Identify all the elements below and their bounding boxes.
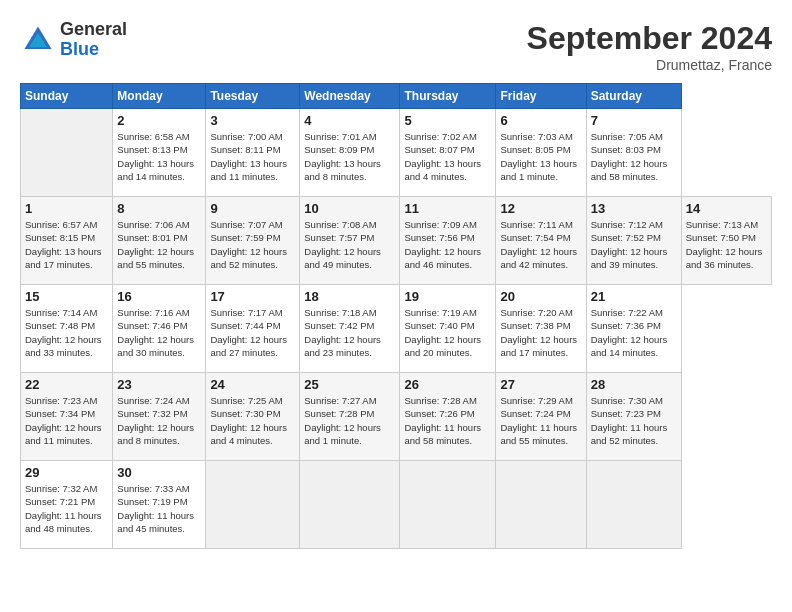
col-wednesday: Wednesday [300,84,400,109]
day-number: 3 [210,113,295,128]
day-number: 4 [304,113,395,128]
day-detail: Sunrise: 7:23 AM Sunset: 7:34 PM Dayligh… [25,394,108,447]
day-detail: Sunrise: 7:30 AM Sunset: 7:23 PM Dayligh… [591,394,677,447]
day-detail: Sunrise: 7:32 AM Sunset: 7:21 PM Dayligh… [25,482,108,535]
logo-text: General Blue [60,20,127,60]
day-number: 28 [591,377,677,392]
day-detail: Sunrise: 7:14 AM Sunset: 7:48 PM Dayligh… [25,306,108,359]
day-number: 30 [117,465,201,480]
day-detail: Sunrise: 7:02 AM Sunset: 8:07 PM Dayligh… [404,130,491,183]
table-row: 3Sunrise: 7:00 AM Sunset: 8:11 PM Daylig… [206,109,300,197]
month-title: September 2024 [527,20,772,57]
table-row: 4Sunrise: 7:01 AM Sunset: 8:09 PM Daylig… [300,109,400,197]
calendar-week-row: 2Sunrise: 6:58 AM Sunset: 8:13 PM Daylig… [21,109,772,197]
day-number: 2 [117,113,201,128]
logo-blue: Blue [60,39,99,59]
logo-general: General [60,19,127,39]
table-row: 30Sunrise: 7:33 AM Sunset: 7:19 PM Dayli… [113,461,206,549]
day-number: 17 [210,289,295,304]
calendar-week-row: 15Sunrise: 7:14 AM Sunset: 7:48 PM Dayli… [21,285,772,373]
day-number: 7 [591,113,677,128]
day-number: 19 [404,289,491,304]
day-detail: Sunrise: 7:16 AM Sunset: 7:46 PM Dayligh… [117,306,201,359]
table-row: 13Sunrise: 7:12 AM Sunset: 7:52 PM Dayli… [586,197,681,285]
col-thursday: Thursday [400,84,496,109]
calendar-table: Sunday Monday Tuesday Wednesday Thursday… [20,83,772,549]
calendar-week-row: 1Sunrise: 6:57 AM Sunset: 8:15 PM Daylig… [21,197,772,285]
day-number: 12 [500,201,581,216]
table-row: 22Sunrise: 7:23 AM Sunset: 7:34 PM Dayli… [21,373,113,461]
logo: General Blue [20,20,127,60]
table-row [586,461,681,549]
col-saturday: Saturday [586,84,681,109]
table-row: 15Sunrise: 7:14 AM Sunset: 7:48 PM Dayli… [21,285,113,373]
col-friday: Friday [496,84,586,109]
day-number: 18 [304,289,395,304]
day-number: 26 [404,377,491,392]
table-row: 28Sunrise: 7:30 AM Sunset: 7:23 PM Dayli… [586,373,681,461]
table-row: 6Sunrise: 7:03 AM Sunset: 8:05 PM Daylig… [496,109,586,197]
table-row: 9Sunrise: 7:07 AM Sunset: 7:59 PM Daylig… [206,197,300,285]
logo-icon [20,22,56,58]
table-row: 19Sunrise: 7:19 AM Sunset: 7:40 PM Dayli… [400,285,496,373]
day-number: 13 [591,201,677,216]
table-row: 2Sunrise: 6:58 AM Sunset: 8:13 PM Daylig… [113,109,206,197]
table-row: 8Sunrise: 7:06 AM Sunset: 8:01 PM Daylig… [113,197,206,285]
day-number: 14 [686,201,767,216]
day-detail: Sunrise: 6:57 AM Sunset: 8:15 PM Dayligh… [25,218,108,271]
page: General Blue September 2024 Drumettaz, F… [0,0,792,612]
day-detail: Sunrise: 6:58 AM Sunset: 8:13 PM Dayligh… [117,130,201,183]
day-number: 9 [210,201,295,216]
day-number: 8 [117,201,201,216]
day-detail: Sunrise: 7:06 AM Sunset: 8:01 PM Dayligh… [117,218,201,271]
table-row: 18Sunrise: 7:18 AM Sunset: 7:42 PM Dayli… [300,285,400,373]
day-number: 24 [210,377,295,392]
table-row: 24Sunrise: 7:25 AM Sunset: 7:30 PM Dayli… [206,373,300,461]
day-detail: Sunrise: 7:13 AM Sunset: 7:50 PM Dayligh… [686,218,767,271]
day-number: 21 [591,289,677,304]
day-detail: Sunrise: 7:00 AM Sunset: 8:11 PM Dayligh… [210,130,295,183]
day-detail: Sunrise: 7:28 AM Sunset: 7:26 PM Dayligh… [404,394,491,447]
table-row: 12Sunrise: 7:11 AM Sunset: 7:54 PM Dayli… [496,197,586,285]
day-detail: Sunrise: 7:19 AM Sunset: 7:40 PM Dayligh… [404,306,491,359]
day-number: 6 [500,113,581,128]
table-row: 29Sunrise: 7:32 AM Sunset: 7:21 PM Dayli… [21,461,113,549]
calendar-week-row: 22Sunrise: 7:23 AM Sunset: 7:34 PM Dayli… [21,373,772,461]
table-row [496,461,586,549]
day-number: 23 [117,377,201,392]
table-row: 14Sunrise: 7:13 AM Sunset: 7:50 PM Dayli… [681,197,771,285]
day-number: 15 [25,289,108,304]
day-number: 5 [404,113,491,128]
table-row: 16Sunrise: 7:16 AM Sunset: 7:46 PM Dayli… [113,285,206,373]
day-number: 25 [304,377,395,392]
day-detail: Sunrise: 7:27 AM Sunset: 7:28 PM Dayligh… [304,394,395,447]
day-detail: Sunrise: 7:29 AM Sunset: 7:24 PM Dayligh… [500,394,581,447]
day-detail: Sunrise: 7:03 AM Sunset: 8:05 PM Dayligh… [500,130,581,183]
day-detail: Sunrise: 7:20 AM Sunset: 7:38 PM Dayligh… [500,306,581,359]
table-row: 26Sunrise: 7:28 AM Sunset: 7:26 PM Dayli… [400,373,496,461]
calendar-week-row: 29Sunrise: 7:32 AM Sunset: 7:21 PM Dayli… [21,461,772,549]
day-detail: Sunrise: 7:01 AM Sunset: 8:09 PM Dayligh… [304,130,395,183]
day-number: 29 [25,465,108,480]
table-row [400,461,496,549]
day-number: 22 [25,377,108,392]
table-row: 23Sunrise: 7:24 AM Sunset: 7:32 PM Dayli… [113,373,206,461]
day-detail: Sunrise: 7:25 AM Sunset: 7:30 PM Dayligh… [210,394,295,447]
day-number: 11 [404,201,491,216]
table-row [21,109,113,197]
table-row: 10Sunrise: 7:08 AM Sunset: 7:57 PM Dayli… [300,197,400,285]
table-row: 17Sunrise: 7:17 AM Sunset: 7:44 PM Dayli… [206,285,300,373]
table-row: 20Sunrise: 7:20 AM Sunset: 7:38 PM Dayli… [496,285,586,373]
location: Drumettaz, France [527,57,772,73]
day-detail: Sunrise: 7:11 AM Sunset: 7:54 PM Dayligh… [500,218,581,271]
table-row: 27Sunrise: 7:29 AM Sunset: 7:24 PM Dayli… [496,373,586,461]
table-row: 1Sunrise: 6:57 AM Sunset: 8:15 PM Daylig… [21,197,113,285]
day-number: 10 [304,201,395,216]
day-detail: Sunrise: 7:18 AM Sunset: 7:42 PM Dayligh… [304,306,395,359]
day-detail: Sunrise: 7:17 AM Sunset: 7:44 PM Dayligh… [210,306,295,359]
table-row: 11Sunrise: 7:09 AM Sunset: 7:56 PM Dayli… [400,197,496,285]
header: General Blue September 2024 Drumettaz, F… [20,20,772,73]
day-number: 27 [500,377,581,392]
col-tuesday: Tuesday [206,84,300,109]
day-detail: Sunrise: 7:09 AM Sunset: 7:56 PM Dayligh… [404,218,491,271]
